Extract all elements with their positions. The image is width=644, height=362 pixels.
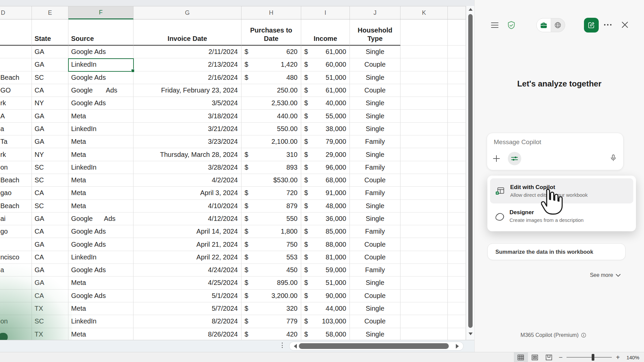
cell-state[interactable]: CA — [32, 290, 68, 302]
cell-purchases[interactable]: 440.00 — [241, 110, 301, 122]
cell-income[interactable]: $44,000 — [301, 302, 350, 315]
cell-household[interactable]: Family — [350, 264, 400, 277]
cell-source[interactable]: Meta — [68, 187, 133, 199]
column-header-g[interactable]: G — [133, 6, 241, 19]
cell-purchases[interactable]: $530.00 — [241, 174, 301, 187]
cell-city[interactable]: GO — [0, 84, 32, 97]
cell-purchases[interactable]: $310 — [241, 148, 301, 161]
cell-empty[interactable] — [448, 123, 466, 135]
cell-empty[interactable] — [400, 238, 448, 251]
cell-source[interactable]: Meta — [68, 302, 133, 315]
page-layout-view-button[interactable] — [528, 352, 542, 362]
cell-purchases[interactable]: $1,420 — [241, 58, 301, 71]
cell-city[interactable]: go — [0, 225, 32, 238]
cell-city[interactable]: rk — [0, 148, 32, 161]
cell-city[interactable]: ncisco — [0, 251, 32, 264]
cell-income[interactable]: $91,000 — [301, 187, 350, 199]
cell-income[interactable]: $48,000 — [301, 200, 350, 213]
cell-household[interactable]: Single — [350, 213, 400, 225]
cell-source[interactable]: LinkedIn — [68, 315, 133, 328]
scroll-right-arrow-icon[interactable] — [456, 344, 459, 349]
zoom-out-icon[interactable]: − — [559, 354, 563, 361]
cell-state[interactable]: SC — [32, 161, 68, 174]
cell-state[interactable]: SC — [32, 71, 68, 84]
info-icon[interactable] — [581, 333, 586, 338]
cell-invoice-date[interactable]: 8/2/2024 — [133, 315, 241, 328]
scroll-down-arrow-icon[interactable] — [469, 333, 473, 335]
cell-invoice-date[interactable]: 4/24/2024 — [133, 264, 241, 277]
cell-empty[interactable] — [448, 238, 466, 251]
cell-city[interactable]: rk — [0, 97, 32, 110]
cell-income[interactable]: $55,000 — [301, 110, 350, 122]
cell-empty[interactable] — [400, 46, 448, 58]
cell-household[interactable]: Family — [350, 225, 400, 238]
cell-purchases[interactable]: $553 — [241, 251, 301, 264]
cell-household[interactable]: Couple — [350, 238, 400, 251]
cell-purchases[interactable]: $550 — [241, 213, 301, 225]
cell-empty[interactable] — [448, 328, 466, 340]
cell-household[interactable]: Single — [350, 46, 400, 58]
cell-city[interactable]: A — [0, 110, 32, 122]
cell-purchases[interactable]: $3,200.00 — [241, 290, 301, 302]
cell-empty[interactable] — [400, 97, 448, 110]
cell-state[interactable]: NY — [32, 97, 68, 110]
cell-income[interactable]: $51,000 — [301, 277, 350, 289]
cell-invoice-date[interactable]: 4/25/2024 — [133, 277, 241, 289]
header-cell[interactable]: Household Type — [350, 19, 400, 46]
cell-empty[interactable] — [448, 290, 466, 302]
cell-income[interactable]: $68,000 — [301, 174, 350, 187]
scrollbar-resize-handle[interactable] — [282, 343, 283, 348]
cell-empty[interactable] — [400, 135, 448, 148]
cell-source[interactable]: Google Ads — [68, 46, 133, 58]
cell-invoice-date[interactable]: 5/1/2024 — [133, 290, 241, 302]
cell-invoice-date[interactable]: 2/13/2024 — [133, 58, 241, 71]
cell-household[interactable]: Family — [350, 135, 400, 148]
cell-state[interactable]: SC — [32, 174, 68, 187]
zoom-slider[interactable] — [567, 352, 612, 362]
cell-empty[interactable] — [448, 200, 466, 213]
cell-household[interactable]: Family — [350, 187, 400, 199]
cell-state[interactable]: TX — [32, 328, 68, 340]
cell-household[interactable]: Single — [350, 97, 400, 110]
cell-empty[interactable] — [400, 58, 448, 71]
add-content-button[interactable] — [492, 155, 500, 164]
cell-invoice-date[interactable]: 8/26/2024 — [133, 328, 241, 340]
cell-empty[interactable] — [448, 84, 466, 97]
cell-empty[interactable] — [400, 123, 448, 135]
cell-empty[interactable] — [448, 46, 466, 58]
header-cell[interactable]: Invoice Date — [133, 19, 241, 46]
cell-empty[interactable] — [400, 84, 448, 97]
cell-source[interactable]: Meta — [68, 328, 133, 340]
cell-source[interactable]: Meta — [68, 148, 133, 161]
more-options-button[interactable] — [603, 23, 612, 26]
cell-source[interactable]: LinkedIn — [68, 123, 133, 135]
cell-empty[interactable] — [448, 225, 466, 238]
see-more-link[interactable]: See more — [590, 272, 621, 278]
protected-button[interactable] — [507, 21, 516, 30]
cell-invoice-date[interactable]: 3/21/2024 — [133, 123, 241, 135]
dictate-button[interactable] — [609, 154, 617, 163]
cell-income[interactable]: $51,000 — [301, 71, 350, 84]
close-panel-button[interactable] — [622, 21, 628, 28]
zoom-level[interactable]: 140% — [625, 355, 639, 360]
cell-empty[interactable] — [448, 315, 466, 328]
cell-income[interactable]: $103,000 — [301, 315, 350, 328]
cell-purchases[interactable]: 2,530.00 — [241, 97, 301, 110]
cell-empty[interactable] — [448, 213, 466, 225]
suggestion-chip[interactable]: Summarize the data in this workbook — [487, 243, 626, 260]
cell-purchases[interactable]: $750 — [241, 238, 301, 251]
cell-city[interactable] — [0, 302, 32, 315]
cell-empty[interactable] — [400, 200, 448, 213]
cell-household[interactable]: Couple — [350, 251, 400, 264]
cell-household[interactable]: Couple — [350, 84, 400, 97]
cell-state[interactable]: GA — [32, 213, 68, 225]
cell-state[interactable]: GA — [32, 123, 68, 135]
cell-empty[interactable] — [400, 328, 448, 340]
cell-city[interactable] — [0, 238, 32, 251]
cell-purchases[interactable]: $720 — [241, 187, 301, 199]
cell-city[interactable] — [0, 277, 32, 289]
cell-empty[interactable] — [448, 58, 466, 71]
header-cell[interactable]: Source — [68, 19, 133, 46]
vertical-scrollbar-thumb[interactable] — [468, 14, 473, 328]
horizontal-scrollbar-thumb[interactable] — [299, 343, 449, 349]
